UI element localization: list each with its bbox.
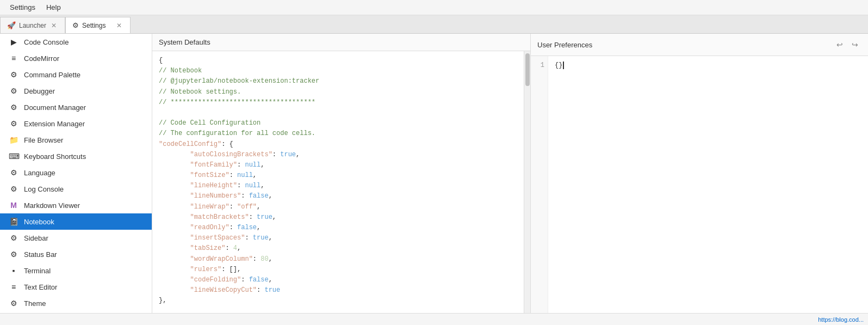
debugger-icon: ⚙ [9,87,18,95]
file-browser-icon: 📁 [9,136,18,144]
sidebar-item-log-console[interactable]: ⚙ Log Console [0,181,152,197]
tab-settings-label: Settings [82,22,106,29]
code-line [159,108,517,118]
sidebar-item-code-console[interactable]: ▶ Code Console [0,34,152,50]
text-editor-icon: ≡ [9,283,18,291]
line-number: 1 [535,60,544,71]
user-prefs-actions: ↩ ↪ [833,38,861,51]
sidebar-item-codemirror[interactable]: ≡ CodeMirror [0,50,152,66]
sidebar-item-label: CodeMirror [24,54,59,63]
sidebar-item-document-manager[interactable]: ⚙ Document Manager [0,99,152,115]
sidebar-item-label: Keyboard Shortcuts [24,152,86,161]
tab-launcher-close[interactable]: ✕ [49,21,58,30]
user-prefs-title: User Preferences [537,41,592,49]
sidebar-item-label: Status Bar [24,250,57,259]
user-prefs-header: User Preferences ↩ ↪ [531,34,868,56]
tab-bar: 🚀 Launcher ✕ ⚙ Settings ✕ [0,15,868,34]
sidebar-item-debugger[interactable]: ⚙ Debugger [0,83,152,99]
sidebar-item-label: Document Manager [24,103,86,112]
sidebar-item-terminal[interactable]: ▪ Terminal [0,262,152,279]
sidebar-item-label: Code Console [24,38,69,46]
code-line: "lineHeight": null, [159,181,517,191]
status-bar-icon: ⚙ [9,250,18,259]
sidebar-item-sidebar[interactable]: ⚙ Sidebar [0,230,152,246]
user-prefs-code[interactable]: {} [548,56,868,313]
code-line: "insertSpaces": true, [159,233,517,243]
code-line: // @jupyterlab/notebook-extension:tracke… [159,76,517,87]
code-line: // ************************************* [159,97,517,108]
redo-button[interactable]: ↪ [848,38,861,51]
sidebar-item-label: Command Palette [24,71,80,79]
main-area: ▶ Code Console ≡ CodeMirror ⚙ Command Pa… [0,34,868,313]
tab-launcher[interactable]: 🚀 Launcher ✕ [0,17,65,33]
sidebar-item-command-palette[interactable]: ⚙ Command Palette [0,66,152,83]
user-prefs-panel: User Preferences ↩ ↪ 1 {} [531,34,868,313]
code-line: "rulers": [], [159,265,517,275]
code-line: "autoClosingBrackets": true, [159,150,517,160]
language-icon: ⚙ [9,168,18,177]
code-line: "lineNumbers": false, [159,191,517,201]
sidebar-item-text-editor[interactable]: ≡ Text Editor [0,279,152,295]
code-line: "codeCellConfig": { [159,139,517,150]
sidebar-item-label: Sidebar [24,234,48,242]
sidebar-item-label: Theme [24,299,46,308]
sidebar-item-keyboard-shortcuts[interactable]: ⌨ Keyboard Shortcuts [0,148,152,164]
code-line [159,306,517,314]
command-palette-icon: ⚙ [9,70,18,79]
document-manager-icon: ⚙ [9,103,18,112]
code-line: "codeFolding": false, [159,275,517,285]
sidebar-item-extension-manager[interactable]: ⚙ Extension Manager [0,115,152,132]
system-defaults-scrollbar[interactable] [524,51,530,313]
code-line: // Notebook [159,66,517,76]
sidebar-item-status-bar[interactable]: ⚙ Status Bar [0,246,152,262]
text-cursor [563,62,564,69]
sidebar-item-theme[interactable]: ⚙ Theme [0,295,152,311]
code-line: // Notebook settings. [159,87,517,97]
sidebar-item-file-browser[interactable]: 📁 File Browser [0,132,152,148]
code-line: // The configuration for all code cells. [159,128,517,139]
markdown-viewer-icon: M [9,201,18,210]
tab-settings[interactable]: ⚙ Settings ✕ [65,17,131,33]
menu-help[interactable]: Help [41,1,66,14]
sidebar-item-label: Language [24,169,55,177]
code-line: "matchBrackets": true, [159,212,517,223]
sidebar-item-label: Log Console [24,185,64,193]
sidebar-item-markdown-viewer[interactable]: M Markdown Viewer [0,197,152,213]
keyboard-shortcuts-icon: ⌨ [9,152,18,161]
terminal-icon: ▪ [9,266,18,275]
sidebar-item-label: Notebook [24,218,54,226]
code-line: "fontFamily": null, [159,160,517,170]
status-url: https://blog.cod... [818,316,864,323]
sidebar-item-language[interactable]: ⚙ Language [0,164,152,181]
code-line: "lineWrap": "off", [159,202,517,212]
status-bar: https://blog.cod... [0,313,868,325]
code-line: { [159,56,517,66]
sidebar-item-label: Text Editor [24,283,57,291]
sidebar-item-label: Debugger [24,87,55,95]
sidebar-item-notebook[interactable]: 📓 Notebook [0,213,152,230]
menu-settings[interactable]: Settings [4,1,41,14]
code-line: // Code Cell Configuration [159,118,517,128]
sidebar: ▶ Code Console ≡ CodeMirror ⚙ Command Pa… [0,34,152,313]
user-code-open-brace: {} [555,62,562,69]
sidebar-item-label: File Browser [24,136,63,144]
codemirror-icon: ≡ [9,54,18,63]
sidebar-item-label: Terminal [24,267,51,275]
line-numbers: 1 [531,56,548,313]
undo-button[interactable]: ↩ [833,38,846,51]
sidebar-icon: ⚙ [9,234,18,242]
code-line: "readOnly": false, [159,223,517,233]
extension-manager-icon: ⚙ [9,119,18,128]
theme-icon: ⚙ [9,299,18,308]
content-area: System Defaults { // Notebook // @jupyte… [152,34,868,313]
system-defaults-header: System Defaults [152,34,530,51]
code-line: "wordWrapColumn": 80, [159,254,517,265]
log-console-icon: ⚙ [9,185,18,193]
sidebar-item-label: Markdown Viewer [24,201,80,210]
code-line: "tabSize": 4, [159,243,517,254]
tab-settings-close[interactable]: ✕ [115,21,123,30]
menu-bar: Settings Help [0,0,868,15]
system-defaults-code[interactable]: { // Notebook // @jupyterlab/notebook-ex… [152,51,524,313]
system-defaults-panel: System Defaults { // Notebook // @jupyte… [152,34,531,313]
sidebar-item-label: Extension Manager [24,120,85,128]
